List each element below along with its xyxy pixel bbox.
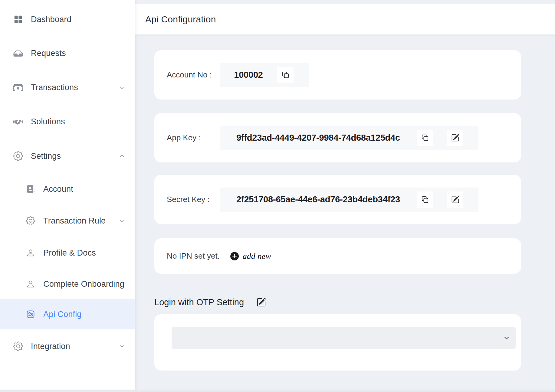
chevron-down-icon	[119, 343, 125, 349]
grid-icon	[13, 15, 23, 24]
chevron-down-icon	[119, 218, 125, 224]
app-key-label: App Key :	[167, 133, 220, 142]
edit-app-key-button[interactable]	[447, 130, 463, 146]
edit-icon	[257, 298, 266, 307]
sidebar-item-label: Settings	[31, 152, 61, 161]
account-no-label: Account No :	[167, 70, 220, 80]
sidebar-item-integration[interactable]: Integration	[0, 329, 135, 363]
chevron-up-icon	[119, 153, 125, 159]
copy-account-no-button[interactable]	[277, 67, 294, 83]
gear-icon	[13, 341, 23, 351]
edit-icon	[451, 134, 459, 142]
sidebar-item-label: Integration	[31, 342, 70, 351]
account-no-card: Account No : 100002	[154, 50, 521, 100]
edit-icon	[451, 195, 459, 204]
secret-key-value-strip: 2f251708-65ae-44e6-ad76-23b4deb34f23	[220, 188, 478, 212]
sidebar: Dashboard Requests Transactions	[0, 0, 135, 392]
copy-icon	[421, 134, 429, 142]
app-window: Dashboard Requests Transactions	[0, 0, 555, 392]
account-no-value: 100002	[220, 70, 277, 80]
sidebar-item-solutions[interactable]: Solutions	[0, 105, 135, 139]
person-icon	[26, 279, 35, 289]
copy-icon	[421, 195, 429, 204]
otp-setting-title: Login with OTP Setting	[154, 297, 244, 307]
main-area: Api Configuration Account No : 100002	[135, 0, 555, 392]
sidebar-item-label: Transactions	[31, 83, 78, 92]
sidebar-item-requests[interactable]: Requests	[0, 36, 135, 70]
sidebar-item-label: Transaction Rule	[43, 216, 106, 226]
sidebar-item-dashboard[interactable]: Dashboard	[0, 2, 135, 36]
secret-key-card: Secret Key : 2f251708-65ae-44e6-ad76-23b…	[154, 175, 521, 224]
sidebar-item-transactions[interactable]: Transactions	[0, 70, 135, 105]
contact-card-icon	[26, 185, 35, 194]
plus-circle-icon	[230, 252, 239, 260]
cash-icon	[13, 83, 23, 93]
sidebar-item-label: Requests	[31, 49, 66, 58]
sidebar-item-label: Solutions	[31, 117, 65, 126]
otp-setting-header: Login with OTP Setting	[154, 296, 521, 309]
sidebar-item-complete-onboarding[interactable]: Complete Onboarding	[0, 269, 135, 299]
secret-key-label: Secret Key :	[167, 195, 220, 204]
page-title: Api Configuration	[145, 14, 216, 24]
sliders-icon	[26, 310, 35, 319]
copy-secret-key-button[interactable]	[417, 191, 433, 208]
sidebar-item-label: Dashboard	[31, 15, 71, 24]
account-no-value-strip: 100002	[220, 63, 309, 87]
app-key-value: 9ffd23ad-4449-4207-9984-74d68a125d4c	[220, 133, 417, 143]
person-icon	[26, 248, 35, 257]
sidebar-item-label: Complete Onboarding	[43, 279, 124, 289]
ipn-card: No IPN set yet. add new	[154, 238, 521, 274]
sidebar-item-api-config[interactable]: Api Config	[0, 299, 135, 329]
chevron-down-icon	[119, 85, 125, 91]
inbox-icon	[13, 49, 23, 58]
add-ipn-button[interactable]: add new	[230, 251, 271, 261]
sidebar-item-account[interactable]: Account	[0, 173, 135, 205]
sidebar-item-label: Profile & Docs	[43, 248, 96, 258]
add-new-label: add new	[243, 251, 271, 261]
gear-icon	[13, 151, 23, 161]
otp-setting-card	[154, 314, 521, 371]
handshake-icon	[13, 117, 23, 127]
sidebar-item-settings[interactable]: Settings	[0, 139, 135, 173]
copy-icon	[281, 71, 290, 79]
page-header: Api Configuration	[135, 4, 555, 34]
copy-app-key-button[interactable]	[417, 130, 433, 146]
secret-key-value: 2f251708-65ae-44e6-ad76-23b4deb34f23	[220, 194, 417, 204]
edit-secret-key-button[interactable]	[447, 191, 463, 208]
edit-otp-setting-button[interactable]	[257, 298, 266, 307]
otp-select[interactable]	[172, 327, 516, 349]
chevron-down-icon	[503, 334, 510, 341]
gear-icon	[26, 216, 35, 225]
content-area: Account No : 100002 App Key :	[154, 34, 521, 371]
sidebar-item-transaction-rule[interactable]: Transaction Rule	[0, 205, 135, 237]
window-bottom-edge	[0, 390, 555, 392]
sidebar-item-profile-docs[interactable]: Profile & Docs	[0, 237, 135, 269]
app-key-card: App Key : 9ffd23ad-4449-4207-9984-74d68a…	[154, 113, 521, 162]
ipn-status-text: No IPN set yet.	[167, 251, 220, 261]
sidebar-item-label: Account	[43, 185, 73, 194]
app-key-value-strip: 9ffd23ad-4449-4207-9984-74d68a125d4c	[220, 126, 478, 150]
sidebar-item-label: Api Config	[43, 310, 82, 319]
